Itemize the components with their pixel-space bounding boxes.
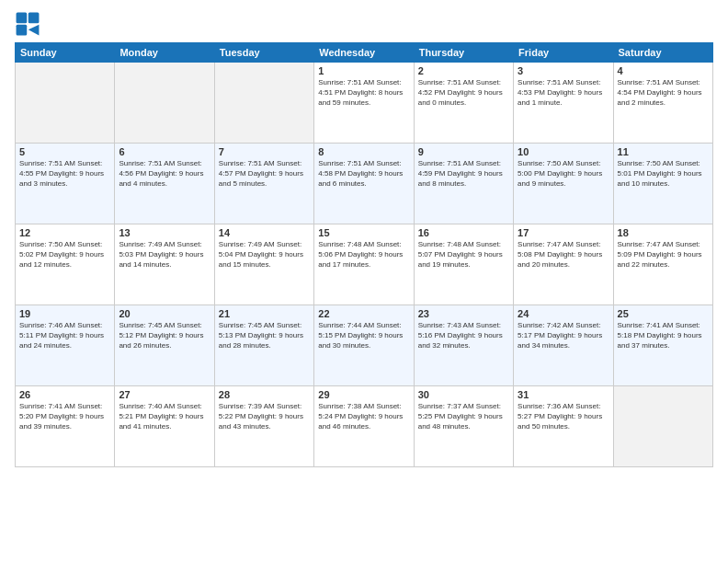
day-info: Sunrise: 7:38 AM Sunset: 5:24 PM Dayligh… (318, 401, 409, 432)
day-number: 5 (19, 146, 110, 157)
day-info: Sunrise: 7:44 AM Sunset: 5:15 PM Dayligh… (318, 320, 409, 351)
day-header-friday: Friday (514, 43, 613, 63)
day-info: Sunrise: 7:43 AM Sunset: 5:16 PM Dayligh… (418, 320, 509, 351)
calendar-cell: 6Sunrise: 7:51 AM Sunset: 4:56 PM Daylig… (115, 144, 214, 224)
calendar-cell: 10Sunrise: 7:50 AM Sunset: 5:00 PM Dayli… (514, 144, 613, 224)
day-number: 3 (518, 65, 609, 76)
day-number: 30 (418, 389, 509, 400)
calendar-cell: 8Sunrise: 7:51 AM Sunset: 4:58 PM Daylig… (314, 144, 414, 224)
day-info: Sunrise: 7:41 AM Sunset: 5:18 PM Dayligh… (618, 320, 709, 351)
day-info: Sunrise: 7:40 AM Sunset: 5:21 PM Dayligh… (119, 401, 210, 432)
day-header-wednesday: Wednesday (314, 43, 414, 63)
page: SundayMondayTuesdayWednesdayThursdayFrid… (0, 0, 728, 563)
day-info: Sunrise: 7:51 AM Sunset: 4:54 PM Dayligh… (618, 77, 709, 109)
calendar-cell (115, 63, 214, 144)
calendar-cell: 18Sunrise: 7:47 AM Sunset: 5:09 PM Dayli… (613, 224, 712, 305)
calendar-header-row: SundayMondayTuesdayWednesdayThursdayFrid… (16, 43, 713, 63)
day-info: Sunrise: 7:51 AM Sunset: 4:56 PM Dayligh… (119, 158, 210, 190)
day-number: 1 (318, 65, 409, 76)
day-info: Sunrise: 7:47 AM Sunset: 5:09 PM Dayligh… (618, 239, 709, 270)
calendar-cell: 27Sunrise: 7:40 AM Sunset: 5:21 PM Dayli… (115, 386, 214, 467)
day-info: Sunrise: 7:49 AM Sunset: 5:04 PM Dayligh… (219, 239, 310, 270)
day-info: Sunrise: 7:51 AM Sunset: 4:52 PM Dayligh… (418, 77, 509, 109)
day-info: Sunrise: 7:46 AM Sunset: 5:11 PM Dayligh… (19, 320, 110, 351)
calendar-week-1: 1Sunrise: 7:51 AM Sunset: 4:51 PM Daylig… (16, 63, 713, 144)
calendar-cell: 19Sunrise: 7:46 AM Sunset: 5:11 PM Dayli… (16, 305, 115, 386)
calendar-cell: 11Sunrise: 7:50 AM Sunset: 5:01 PM Dayli… (613, 144, 712, 224)
day-number: 8 (318, 146, 409, 157)
calendar-cell: 20Sunrise: 7:45 AM Sunset: 5:12 PM Dayli… (115, 305, 214, 386)
day-info: Sunrise: 7:51 AM Sunset: 4:51 PM Dayligh… (318, 77, 409, 109)
day-number: 13 (119, 227, 210, 238)
calendar-cell: 17Sunrise: 7:47 AM Sunset: 5:08 PM Dayli… (514, 224, 613, 305)
calendar-cell: 5Sunrise: 7:51 AM Sunset: 4:55 PM Daylig… (16, 144, 115, 224)
calendar-body: 1Sunrise: 7:51 AM Sunset: 4:51 PM Daylig… (16, 63, 713, 467)
calendar-cell: 9Sunrise: 7:51 AM Sunset: 4:59 PM Daylig… (414, 144, 513, 224)
calendar-week-3: 12Sunrise: 7:50 AM Sunset: 5:02 PM Dayli… (16, 224, 713, 305)
calendar-cell: 4Sunrise: 7:51 AM Sunset: 4:54 PM Daylig… (613, 63, 712, 144)
day-info: Sunrise: 7:50 AM Sunset: 5:01 PM Dayligh… (618, 158, 709, 190)
calendar-week-5: 26Sunrise: 7:41 AM Sunset: 5:20 PM Dayli… (16, 386, 713, 467)
day-number: 20 (119, 308, 210, 319)
svg-rect-1 (28, 13, 40, 24)
day-info: Sunrise: 7:49 AM Sunset: 5:03 PM Dayligh… (119, 239, 210, 270)
day-info: Sunrise: 7:50 AM Sunset: 5:02 PM Dayligh… (19, 239, 110, 270)
calendar-cell: 12Sunrise: 7:50 AM Sunset: 5:02 PM Dayli… (16, 224, 115, 305)
calendar-cell: 31Sunrise: 7:36 AM Sunset: 5:27 PM Dayli… (514, 386, 613, 467)
day-number: 26 (19, 389, 110, 400)
day-number: 9 (418, 146, 509, 157)
day-number: 18 (618, 227, 709, 238)
calendar-cell: 13Sunrise: 7:49 AM Sunset: 5:03 PM Dayli… (115, 224, 214, 305)
day-number: 4 (618, 65, 709, 76)
day-number: 2 (418, 65, 509, 76)
logo-icon (15, 11, 40, 37)
header (15, 11, 713, 37)
day-info: Sunrise: 7:39 AM Sunset: 5:22 PM Dayligh… (219, 401, 310, 432)
calendar-cell: 7Sunrise: 7:51 AM Sunset: 4:57 PM Daylig… (214, 144, 313, 224)
day-number: 28 (219, 389, 310, 400)
day-number: 31 (518, 389, 609, 400)
day-info: Sunrise: 7:48 AM Sunset: 5:06 PM Dayligh… (318, 239, 409, 270)
day-info: Sunrise: 7:51 AM Sunset: 4:57 PM Dayligh… (219, 158, 310, 190)
day-number: 6 (119, 146, 210, 157)
day-info: Sunrise: 7:41 AM Sunset: 5:20 PM Dayligh… (19, 401, 110, 432)
day-number: 10 (518, 146, 609, 157)
day-number: 14 (219, 227, 310, 238)
day-header-thursday: Thursday (414, 43, 513, 63)
day-number: 17 (518, 227, 609, 238)
day-info: Sunrise: 7:37 AM Sunset: 5:25 PM Dayligh… (418, 401, 509, 432)
day-info: Sunrise: 7:45 AM Sunset: 5:13 PM Dayligh… (219, 320, 310, 351)
calendar-cell (16, 63, 115, 144)
day-info: Sunrise: 7:36 AM Sunset: 5:27 PM Dayligh… (518, 401, 609, 432)
calendar-cell: 24Sunrise: 7:42 AM Sunset: 5:17 PM Dayli… (514, 305, 613, 386)
calendar-week-2: 5Sunrise: 7:51 AM Sunset: 4:55 PM Daylig… (16, 144, 713, 224)
day-header-monday: Monday (115, 43, 214, 63)
calendar-cell: 29Sunrise: 7:38 AM Sunset: 5:24 PM Dayli… (314, 386, 414, 467)
day-number: 15 (318, 227, 409, 238)
calendar-cell: 28Sunrise: 7:39 AM Sunset: 5:22 PM Dayli… (214, 386, 313, 467)
logo (15, 11, 44, 37)
day-info: Sunrise: 7:48 AM Sunset: 5:07 PM Dayligh… (418, 239, 509, 270)
calendar-cell: 30Sunrise: 7:37 AM Sunset: 5:25 PM Dayli… (414, 386, 513, 467)
day-header-sunday: Sunday (16, 43, 115, 63)
calendar-cell: 25Sunrise: 7:41 AM Sunset: 5:18 PM Dayli… (613, 305, 712, 386)
svg-marker-3 (28, 25, 40, 36)
calendar-cell (214, 63, 313, 144)
day-number: 25 (618, 308, 709, 319)
day-number: 19 (19, 308, 110, 319)
calendar-cell: 16Sunrise: 7:48 AM Sunset: 5:07 PM Dayli… (414, 224, 513, 305)
day-number: 27 (119, 389, 210, 400)
calendar-cell (613, 386, 712, 467)
day-number: 22 (318, 308, 409, 319)
day-info: Sunrise: 7:51 AM Sunset: 4:59 PM Dayligh… (418, 158, 509, 190)
day-info: Sunrise: 7:51 AM Sunset: 4:55 PM Dayligh… (19, 158, 110, 190)
day-number: 11 (618, 146, 709, 157)
svg-rect-0 (17, 13, 28, 24)
day-info: Sunrise: 7:47 AM Sunset: 5:08 PM Dayligh… (518, 239, 609, 270)
calendar-cell: 23Sunrise: 7:43 AM Sunset: 5:16 PM Dayli… (414, 305, 513, 386)
calendar-cell: 3Sunrise: 7:51 AM Sunset: 4:53 PM Daylig… (514, 63, 613, 144)
svg-rect-2 (17, 25, 28, 36)
day-info: Sunrise: 7:42 AM Sunset: 5:17 PM Dayligh… (518, 320, 609, 351)
calendar-cell: 26Sunrise: 7:41 AM Sunset: 5:20 PM Dayli… (16, 386, 115, 467)
day-info: Sunrise: 7:51 AM Sunset: 4:58 PM Dayligh… (318, 158, 409, 190)
